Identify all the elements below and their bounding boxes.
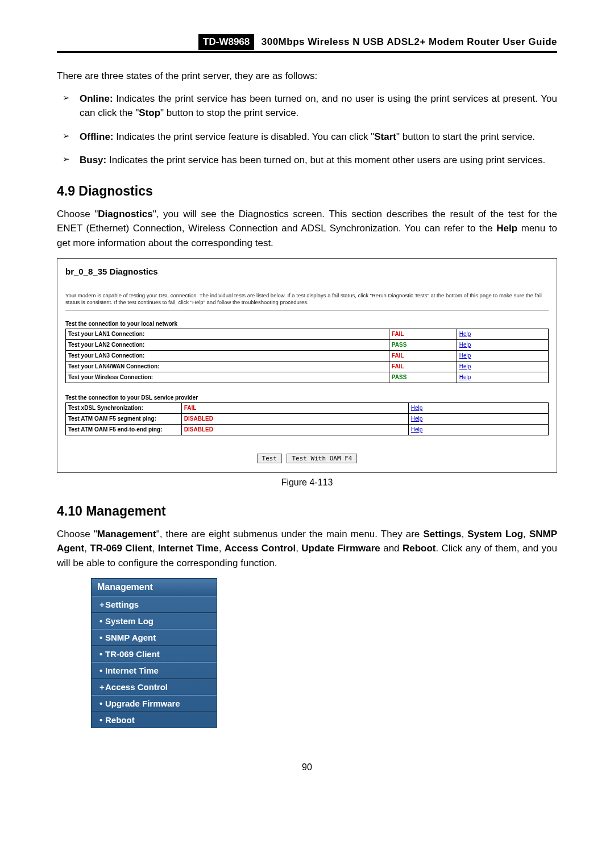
start-word: Start — [374, 131, 396, 142]
bullet-icon: • — [99, 616, 105, 626]
txt: and — [380, 543, 403, 554]
table-row: Test xDSL Synchronization: FAIL Help — [66, 402, 549, 413]
test-status: DISABLED — [181, 424, 408, 435]
bullet-icon: • — [99, 699, 105, 708]
txt: , — [84, 543, 90, 554]
diag-table-dsl: Test xDSL Synchronization: FAIL Help Tes… — [65, 402, 549, 435]
table-row: Test ATM OAM F5 end-to-end ping: DISABLE… — [66, 424, 549, 435]
txt: , — [523, 529, 529, 539]
state-desc: Indicates the print service feature is d… — [114, 131, 375, 142]
mgmt-item-system-log[interactable]: •System Log — [92, 613, 217, 629]
txt-bold: Update Firmware — [301, 543, 380, 554]
test-status: FAIL — [181, 402, 408, 413]
mgmt-label: System Log — [105, 616, 154, 626]
state-desc-b: " button to start the print service. — [396, 131, 535, 142]
mgmt-item-reboot[interactable]: •Reboot — [92, 712, 217, 728]
test-status: FAIL — [389, 361, 457, 372]
test-name: Test ATM OAM F5 end-to-end ping: — [66, 424, 182, 435]
sec49-paragraph: Choose "Diagnostics", you will see the D… — [57, 207, 557, 251]
txt-bold: System Log — [467, 529, 523, 539]
mgmt-item-internet-time[interactable]: •Internet Time — [92, 662, 217, 679]
test-status: DISABLED — [181, 413, 408, 424]
mgmt-item-upgrade-firmware[interactable]: •Upgrade Firmware — [92, 695, 217, 712]
txt: ", there are eight submenus under the ma… — [156, 529, 424, 539]
help-link[interactable]: Help — [459, 331, 471, 337]
state-offline: Offline: Indicates the print service fea… — [57, 130, 557, 144]
txt-bold: TR-069 Client — [90, 543, 152, 554]
states-list: Online: Indicates the print service has … — [57, 92, 557, 168]
test-name: Test your LAN3 Connection: — [66, 350, 389, 361]
test-name: Test ATM OAM F5 segment ping: — [66, 413, 182, 424]
state-label: Offline: — [80, 131, 114, 142]
mgmt-label: Reboot — [105, 715, 135, 725]
test-status: FAIL — [389, 350, 457, 361]
help-link[interactable]: Help — [459, 342, 471, 348]
state-label: Busy: — [80, 155, 106, 165]
state-online: Online: Indicates the print service has … — [57, 92, 557, 121]
state-desc: Indicates the print service has been tur… — [106, 155, 545, 165]
test-status: PASS — [389, 339, 457, 350]
test-name: Test your LAN2 Connection: — [66, 339, 389, 350]
txt: , — [461, 529, 467, 539]
txt-bold: Diagnostics — [98, 209, 152, 219]
help-link[interactable]: Help — [459, 374, 471, 380]
bullet-icon: • — [99, 649, 105, 659]
test-button[interactable]: Test — [257, 454, 283, 463]
mgmt-header: Management — [92, 579, 217, 596]
test-with-oam-f4-button[interactable]: Test With OAM F4 — [287, 454, 357, 463]
txt-bold: Management — [97, 529, 156, 539]
mgmt-label: TR-069 Client — [105, 649, 160, 659]
divider — [65, 310, 549, 310]
bullet-icon: • — [99, 715, 105, 725]
state-desc-b: " button to stop the print service. — [160, 107, 298, 118]
product-title: 300Mbps Wireless N USB ADSL2+ Modem Rout… — [257, 34, 557, 50]
page-number: 90 — [57, 762, 557, 773]
state-label: Online: — [80, 93, 113, 104]
mgmt-item-access-control[interactable]: +Access Control — [92, 679, 217, 695]
diag-sub1: Test the connection to your local networ… — [65, 321, 549, 327]
txt: , — [219, 543, 225, 554]
mgmt-label: Settings — [105, 600, 139, 609]
mgmt-label: Upgrade Firmware — [105, 699, 180, 708]
table-row: Test your LAN1 Connection: FAIL Help — [66, 329, 549, 339]
txt-bold: Reboot — [403, 543, 436, 554]
help-link[interactable]: Help — [459, 352, 471, 359]
test-name: Test your LAN1 Connection: — [66, 329, 389, 339]
table-row: Test your LAN4/WAN Connection: FAIL Help — [66, 361, 549, 372]
section-4-10-heading: 4.10 Management — [57, 504, 557, 519]
state-busy: Busy: Indicates the print service has be… — [57, 153, 557, 168]
mgmt-label: Internet Time — [105, 666, 159, 675]
mgmt-label: Access Control — [105, 682, 168, 692]
figure-caption: Figure 4-113 — [57, 477, 557, 488]
help-link[interactable]: Help — [411, 416, 423, 422]
test-name: Test xDSL Synchronization: — [66, 402, 182, 413]
mgmt-item-snmp-agent[interactable]: •SNMP Agent — [92, 629, 217, 646]
page-header: TD-W8968 300Mbps Wireless N USB ADSL2+ M… — [57, 34, 557, 53]
table-row: Test your Wireless Connection: PASS Help — [66, 372, 549, 383]
txt-bold: Settings — [423, 529, 461, 539]
test-name: Test your Wireless Connection: — [66, 372, 389, 383]
help-link[interactable]: Help — [459, 363, 471, 369]
txt: Choose " — [57, 529, 97, 539]
help-link[interactable]: Help — [411, 426, 423, 433]
test-name: Test your LAN4/WAN Connection: — [66, 361, 389, 372]
diag-table-local: Test your LAN1 Connection: FAIL Help Tes… — [65, 329, 549, 383]
table-row: Test ATM OAM F5 segment ping: DISABLED H… — [66, 413, 549, 424]
help-link[interactable]: Help — [411, 405, 423, 411]
model-badge: TD-W8968 — [198, 34, 254, 50]
diag-sub2: Test the connection to your DSL service … — [65, 394, 549, 401]
test-status: PASS — [389, 372, 457, 383]
expand-icon: + — [99, 682, 105, 692]
diag-desc: Your modem is capable of testing your DS… — [65, 292, 549, 306]
txt-bold: Internet Time — [158, 543, 219, 554]
txt: Choose " — [57, 209, 98, 219]
txt: , — [152, 543, 158, 554]
mgmt-item-tr069-client[interactable]: •TR-069 Client — [92, 646, 217, 662]
sec410-paragraph: Choose "Management", there are eight sub… — [57, 527, 557, 571]
bullet-icon: • — [99, 633, 105, 642]
txt-bold: Help — [496, 223, 517, 234]
mgmt-item-settings[interactable]: +Settings — [92, 596, 217, 613]
diag-title: br_0_8_35 Diagnostics — [65, 267, 549, 276]
intro-paragraph: There are three states of the print serv… — [57, 69, 557, 84]
txt: , — [296, 543, 301, 554]
